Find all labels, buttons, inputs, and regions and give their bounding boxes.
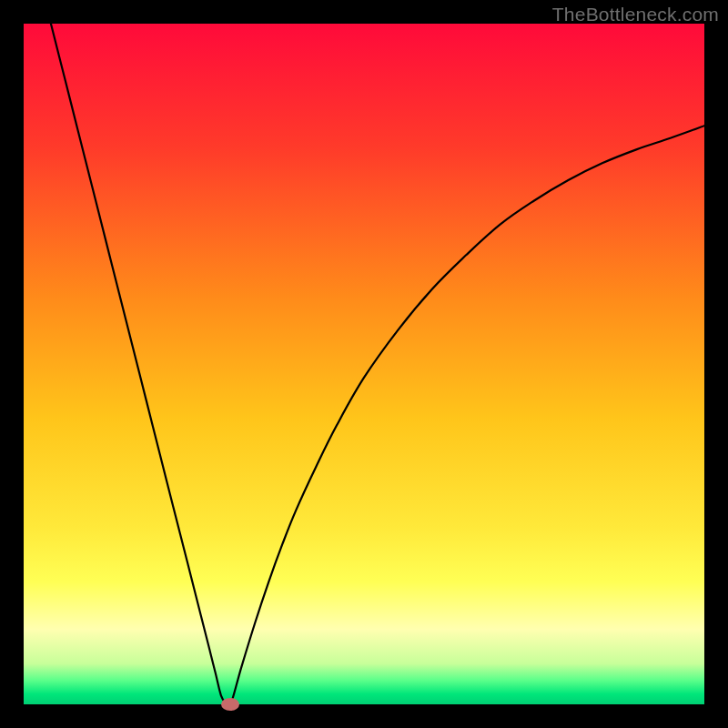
chart-background xyxy=(24,24,704,704)
chart-frame xyxy=(24,24,704,704)
chart-plot xyxy=(24,24,704,704)
watermark-label: TheBottleneck.com xyxy=(552,4,719,25)
optimum-marker xyxy=(221,698,239,711)
